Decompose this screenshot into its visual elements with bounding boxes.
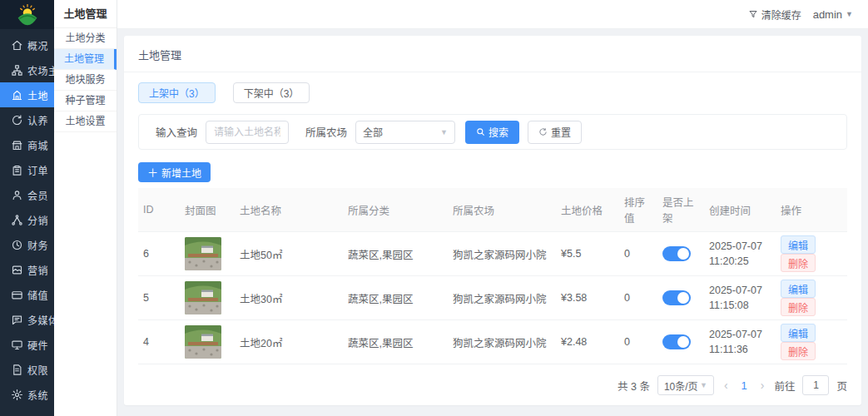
add-land-button[interactable]: ＋ 新增土地 bbox=[138, 162, 211, 182]
online-toggle[interactable] bbox=[662, 334, 691, 349]
sidebar-item-order[interactable]: 订单 bbox=[0, 157, 54, 182]
sidebar-item-label: 订单 bbox=[27, 163, 48, 177]
cell-sort: 0 bbox=[619, 232, 657, 276]
query-label: 输入查询 bbox=[156, 124, 197, 140]
cover-image[interactable] bbox=[185, 281, 221, 314]
tab-offline[interactable]: 下架中（3） bbox=[233, 82, 310, 103]
created-date: 2025-07-07 bbox=[709, 327, 771, 342]
search-button[interactable]: 搜索 bbox=[465, 121, 519, 144]
total-count: 共 3 条 bbox=[618, 378, 650, 394]
sidebar-item-permission[interactable]: 权限 bbox=[0, 357, 54, 382]
land-icon bbox=[11, 89, 23, 102]
edit-button[interactable]: 编辑 bbox=[781, 235, 816, 254]
created-time: 11:15:08 bbox=[709, 298, 771, 313]
goto-label: 前往 bbox=[774, 378, 795, 394]
cover-image[interactable] bbox=[185, 237, 221, 270]
clear-cache-label: 清除缓存 bbox=[761, 7, 801, 22]
toggle-knob bbox=[677, 336, 689, 348]
column-header: 创建时间 bbox=[704, 188, 776, 232]
table-body: 6土地50㎡蔬菜区,果园区狗凯之家源码网小院¥5.502025-07-0711:… bbox=[138, 232, 847, 364]
next-page-button[interactable]: › bbox=[758, 379, 767, 392]
sidebar-item-adopt[interactable]: 认养 bbox=[0, 107, 54, 132]
sidebar-item-hardware[interactable]: 硬件 bbox=[0, 332, 54, 357]
submenu-item-3[interactable]: 地块服务 bbox=[54, 70, 117, 91]
cell-category: 蔬菜区,果园区 bbox=[343, 232, 448, 276]
topbar: 清除缓存 admin ▼ bbox=[117, 0, 868, 29]
cell-id: 5 bbox=[138, 276, 180, 320]
username: admin bbox=[813, 8, 842, 21]
tab-online[interactable]: 上架中（3） bbox=[138, 82, 216, 103]
clear-cache-button[interactable]: 清除缓存 bbox=[748, 7, 801, 22]
delete-button[interactable]: 删除 bbox=[781, 342, 816, 360]
sidebar-item-label: 土地 bbox=[27, 88, 48, 102]
sidebar-item-system[interactable]: 系统 bbox=[0, 382, 54, 407]
table-row: 4土地20㎡蔬菜区,果园区狗凯之家源码网小院¥2.4802025-07-0711… bbox=[138, 320, 847, 364]
submenu-item-4[interactable]: 种子管理 bbox=[54, 91, 117, 111]
sidebar-item-finance[interactable]: 财务 bbox=[0, 232, 54, 257]
refresh-icon bbox=[538, 127, 548, 136]
page-size-select[interactable]: 10条/页 ▼ bbox=[657, 375, 714, 395]
sidebar-item-label: 分销 bbox=[27, 213, 48, 227]
media-icon bbox=[11, 314, 23, 326]
cell-farm: 狗凯之家源码网小院 bbox=[448, 320, 556, 364]
cell-price: ¥3.58 bbox=[556, 276, 619, 320]
card-body: 上架中（3）下架中（3） 输入查询 所属农场 全部 ▼ 搜索 bbox=[124, 72, 861, 406]
edit-button[interactable]: 编辑 bbox=[781, 280, 816, 298]
sidebar-item-overview[interactable]: 概况 bbox=[0, 32, 54, 57]
delete-button[interactable]: 删除 bbox=[781, 298, 816, 316]
online-toggle[interactable] bbox=[662, 290, 691, 305]
sidebar-item-label: 会员 bbox=[27, 188, 48, 202]
submenu-item-2[interactable]: 土地管理 bbox=[54, 49, 117, 70]
submenu-title: 土地管理 bbox=[54, 0, 117, 28]
overview-icon bbox=[11, 39, 23, 52]
user-menu[interactable]: admin ▼ bbox=[813, 8, 853, 21]
online-toggle[interactable] bbox=[662, 246, 691, 261]
finance-icon bbox=[11, 239, 23, 251]
delete-button[interactable]: 删除 bbox=[781, 254, 816, 272]
cell-sort: 0 bbox=[619, 320, 657, 364]
column-header: 排序值 bbox=[619, 188, 657, 232]
column-header: 封面图 bbox=[180, 188, 235, 232]
marketing-icon bbox=[11, 264, 23, 276]
edit-button[interactable]: 编辑 bbox=[781, 324, 816, 342]
prev-page-button[interactable]: ‹ bbox=[722, 379, 731, 392]
sidebar-item-shop[interactable]: 商城 bbox=[0, 132, 54, 157]
cell-farm: 狗凯之家源码网小院 bbox=[448, 276, 556, 320]
sidebar-item-farmer[interactable]: 农场主 bbox=[0, 57, 54, 82]
land-table: ID封面图土地名称所属分类所属农场土地价格排序值是否上架创建时间操作 6土地50… bbox=[138, 188, 847, 364]
column-header: ID bbox=[138, 188, 180, 232]
app-root: 概况农场主土地认养商城订单会员分销财务营销储值多媒体硬件权限系统 土地管理 土地… bbox=[0, 0, 868, 416]
sidebar-item-land[interactable]: 土地 bbox=[0, 82, 54, 107]
submenu-item-1[interactable]: 土地分类 bbox=[54, 28, 117, 49]
cover-image[interactable] bbox=[185, 325, 221, 359]
cell-land-name: 土地20㎡ bbox=[235, 320, 343, 364]
farm-select[interactable]: 全部 ▼ bbox=[355, 121, 455, 144]
column-header: 是否上架 bbox=[657, 188, 704, 232]
created-time: 11:20:25 bbox=[709, 254, 771, 269]
chevron-down-icon: ▼ bbox=[440, 128, 448, 136]
cell-category: 蔬菜区,果园区 bbox=[343, 276, 448, 320]
created-date: 2025-07-07 bbox=[709, 283, 771, 298]
sidebar-item-media[interactable]: 多媒体 bbox=[0, 307, 54, 332]
sidebar-nav: 概况农场主土地认养商城订单会员分销财务营销储值多媒体硬件权限系统 bbox=[0, 29, 54, 407]
cell-farm: 狗凯之家源码网小院 bbox=[448, 232, 556, 276]
sidebar-item-stored-value[interactable]: 储值 bbox=[0, 282, 54, 307]
reset-button[interactable]: 重置 bbox=[528, 121, 582, 144]
column-header: 土地价格 bbox=[556, 188, 619, 232]
order-icon bbox=[11, 164, 23, 176]
farm-label: 所属农场 bbox=[305, 124, 347, 140]
pagination: 共 3 条 10条/页 ▼ ‹ 1 › 前往 页 bbox=[138, 364, 847, 406]
brand-logo[interactable] bbox=[0, 0, 54, 29]
breadcrumb: 土地管理 bbox=[138, 49, 181, 62]
column-header: 所属分类 bbox=[343, 188, 448, 232]
submenu-item-5[interactable]: 土地设置 bbox=[54, 111, 117, 132]
sidebar-item-member[interactable]: 会员 bbox=[0, 182, 54, 207]
sidebar-item-marketing[interactable]: 营销 bbox=[0, 257, 54, 282]
stored-value-icon bbox=[11, 289, 23, 301]
goto-page-input[interactable] bbox=[802, 375, 829, 395]
land-name-input[interactable] bbox=[206, 121, 289, 144]
add-land-label: 新增土地 bbox=[161, 166, 201, 180]
sidebar-item-distribution[interactable]: 分销 bbox=[0, 207, 54, 232]
farm-logo-icon bbox=[15, 3, 40, 27]
page-number-1[interactable]: 1 bbox=[738, 379, 751, 392]
